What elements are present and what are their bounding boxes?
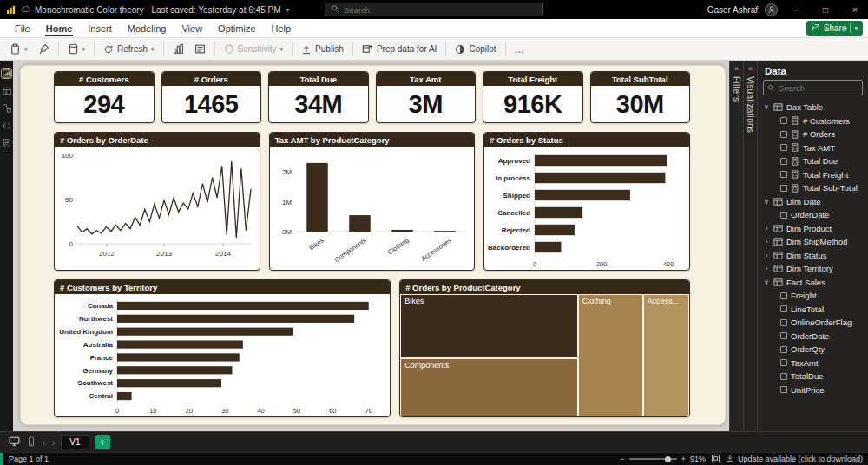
field-checkbox[interactable] — [780, 185, 787, 192]
field-checkbox[interactable] — [780, 158, 787, 165]
visual-orders-by-status[interactable]: # Orders by Status ApprovedIn processShi… — [483, 132, 690, 271]
previous-page-arrow[interactable]: ‹ — [43, 437, 46, 448]
zoom-slider-thumb[interactable] — [665, 456, 671, 462]
field-checkbox[interactable] — [780, 386, 787, 393]
field-row[interactable]: Total Freight — [758, 168, 868, 182]
menu-insert[interactable]: Insert — [80, 19, 120, 37]
chevron-down-icon[interactable]: ∨ — [763, 103, 770, 111]
kpi-card-total-freight[interactable]: Total Freight 916K — [483, 71, 583, 123]
next-page-arrow[interactable]: › — [52, 437, 56, 448]
field-row[interactable]: OrderQty — [758, 343, 868, 357]
zoom-in-button[interactable]: + — [681, 455, 686, 463]
field-row[interactable]: TotalDue — [758, 370, 868, 383]
treemap-tile[interactable]: Components — [400, 358, 578, 416]
fit-to-page-icon[interactable] — [711, 454, 720, 465]
chevron-down-icon[interactable]: ∨ — [763, 198, 770, 206]
share-chevron-icon[interactable]: ▾ — [854, 25, 858, 32]
treemap-tile[interactable]: Access... — [643, 294, 689, 416]
global-search-box[interactable] — [325, 3, 543, 16]
table-row[interactable]: ›Dim ShipMethod — [758, 235, 868, 249]
visualizations-pane-collapsed[interactable]: « Visualizations — [743, 61, 757, 431]
filters-pane-collapsed[interactable]: « Filters — [729, 61, 743, 431]
close-button[interactable]: × — [844, 0, 866, 19]
visual-orders-by-orderdate[interactable]: # Orders by OrderDate 050100201220132014 — [54, 132, 260, 271]
visual-tax-by-category[interactable]: Tax AMT by ProductCategory 0M1M2MBikesCo… — [269, 132, 476, 271]
chevron-down-icon[interactable]: ∨ — [763, 278, 770, 286]
text-box-button[interactable] — [190, 41, 210, 57]
field-row[interactable]: # Orders — [758, 128, 868, 141]
menu-view[interactable]: View — [174, 19, 210, 37]
chevron-right-icon[interactable]: › — [763, 238, 770, 246]
maximize-button[interactable]: □ — [814, 0, 837, 19]
field-row[interactable]: Tax AMT — [758, 141, 868, 155]
field-checkbox[interactable] — [780, 319, 787, 326]
table-row[interactable]: ∨Dax Table — [758, 101, 868, 115]
zoom-out-button[interactable]: − — [620, 455, 624, 463]
field-checkbox[interactable] — [780, 131, 787, 138]
new-visual-button[interactable] — [168, 41, 188, 57]
chevron-right-icon[interactable]: › — [763, 225, 770, 232]
field-checkbox[interactable] — [780, 212, 787, 219]
menu-optimize[interactable]: Optimize — [210, 19, 263, 37]
report-view-icon[interactable] — [2, 69, 11, 78]
field-checkbox[interactable] — [780, 292, 787, 299]
minimize-button[interactable]: ─ — [785, 0, 807, 19]
kpi-card-total-due[interactable]: Total Due 34M — [268, 71, 369, 123]
kpi-card-tax-amt[interactable]: Tax Amt 3M — [376, 71, 477, 123]
field-checkbox[interactable] — [780, 144, 787, 151]
field-row[interactable]: OnlineOrderFlag — [758, 316, 868, 330]
field-checkbox[interactable] — [780, 346, 787, 353]
expand-pane-icon[interactable]: « — [734, 65, 739, 73]
tmdl-view-icon[interactable] — [2, 138, 11, 147]
kpi-card-customers[interactable]: # Customers 294 — [54, 71, 155, 123]
field-row[interactable]: OrderDate — [758, 330, 868, 344]
field-row[interactable]: OrderDate — [758, 208, 868, 222]
zoom-slider[interactable] — [629, 458, 677, 460]
field-checkbox[interactable] — [780, 171, 787, 178]
field-row[interactable]: Total Due — [758, 154, 868, 168]
field-checkbox[interactable] — [780, 117, 787, 124]
treemap-tile[interactable]: Bikes — [400, 294, 578, 358]
format-painter-button[interactable] — [34, 41, 54, 57]
desktop-layout-icon[interactable] — [9, 435, 20, 450]
table-view-icon[interactable] — [2, 86, 11, 95]
refresh-button[interactable]: Refresh ▾ — [99, 42, 159, 57]
table-row[interactable]: ›Dim Status — [758, 249, 868, 263]
paste-button[interactable]: ▾ — [5, 41, 32, 57]
field-row[interactable]: Total Sub-Total — [758, 181, 868, 195]
dax-query-view-icon[interactable] — [2, 121, 11, 130]
table-row[interactable]: ∨Fact Sales — [758, 276, 868, 290]
field-row[interactable]: Freight — [758, 289, 868, 303]
treemap-tile[interactable]: Clothing — [578, 294, 643, 416]
visual-orders-by-category-treemap[interactable]: # Orders by ProductCategory BikesCompone… — [399, 279, 690, 417]
title-chevron-icon[interactable]: ▾ — [286, 6, 289, 14]
chevron-right-icon[interactable]: › — [763, 252, 770, 259]
menu-home[interactable]: Home — [38, 19, 81, 37]
table-row[interactable]: ∨Dim Date — [758, 195, 868, 209]
report-canvas[interactable]: # Customers 294 # Orders 1465 Total Due … — [20, 65, 726, 425]
prep-data-ai-button[interactable]: Prep data for AI — [358, 41, 442, 57]
visual-customers-by-territory[interactable]: # Customers by Territory CanadaNorthwest… — [54, 279, 391, 417]
mobile-layout-icon[interactable] — [26, 435, 36, 450]
menu-file[interactable]: File — [7, 19, 38, 37]
field-checkbox[interactable] — [780, 332, 787, 339]
field-checkbox[interactable] — [780, 373, 787, 380]
table-row[interactable]: ›Dim Product — [758, 222, 868, 236]
share-button[interactable]: Share ▾ — [806, 21, 863, 36]
chevron-right-icon[interactable]: › — [763, 265, 770, 272]
fields-search-input[interactable] — [779, 83, 858, 93]
page-tab-v1[interactable]: V1 — [61, 435, 89, 449]
field-checkbox[interactable] — [780, 305, 787, 312]
global-search-input[interactable] — [344, 5, 537, 15]
menu-help[interactable]: Help — [264, 19, 299, 37]
field-row[interactable]: UnitPrice — [758, 383, 868, 397]
field-row[interactable]: # Customers — [758, 115, 868, 128]
field-checkbox[interactable] — [780, 359, 787, 366]
fields-search-box[interactable] — [763, 80, 863, 95]
kpi-card-total-subtotal[interactable]: Total SubTotal 30M — [590, 71, 691, 123]
copilot-button[interactable]: Copilot — [450, 42, 500, 57]
menu-modeling[interactable]: Modeling — [120, 19, 174, 37]
user-avatar[interactable] — [765, 3, 778, 16]
field-row[interactable]: TaxAmt — [758, 357, 868, 370]
user-name[interactable]: Gaser Ashraf — [707, 5, 758, 15]
